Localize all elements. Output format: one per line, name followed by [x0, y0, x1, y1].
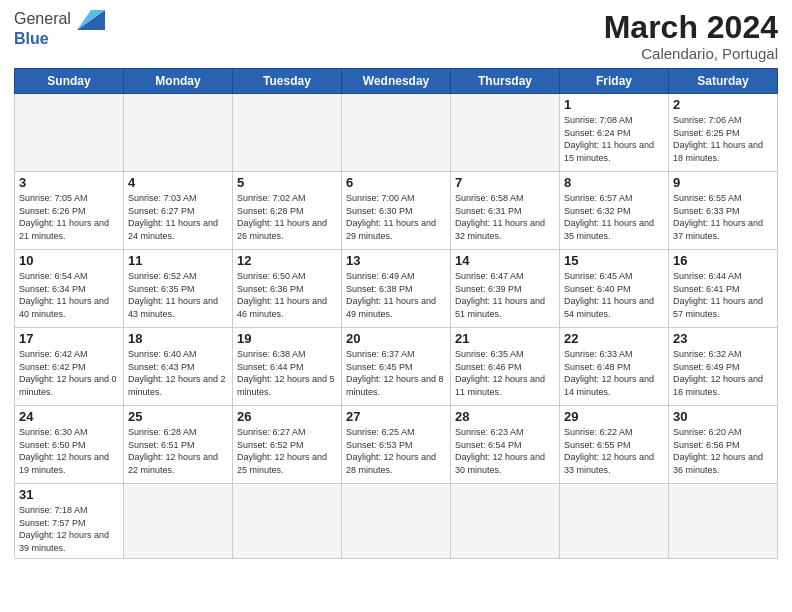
day-info: Sunrise: 6:30 AM Sunset: 6:50 PM Dayligh… — [19, 426, 119, 476]
logo-triangle — [77, 10, 105, 30]
day-number: 18 — [128, 331, 228, 346]
table-row: 15Sunrise: 6:45 AM Sunset: 6:40 PM Dayli… — [560, 250, 669, 328]
day-info: Sunrise: 6:20 AM Sunset: 6:56 PM Dayligh… — [673, 426, 773, 476]
table-row: 2Sunrise: 7:06 AM Sunset: 6:25 PM Daylig… — [669, 94, 778, 172]
day-info: Sunrise: 6:33 AM Sunset: 6:48 PM Dayligh… — [564, 348, 664, 398]
day-number: 7 — [455, 175, 555, 190]
day-info: Sunrise: 6:44 AM Sunset: 6:41 PM Dayligh… — [673, 270, 773, 320]
table-row: 7Sunrise: 6:58 AM Sunset: 6:31 PM Daylig… — [451, 172, 560, 250]
table-row: 3Sunrise: 7:05 AM Sunset: 6:26 PM Daylig… — [15, 172, 124, 250]
table-row: 13Sunrise: 6:49 AM Sunset: 6:38 PM Dayli… — [342, 250, 451, 328]
day-info: Sunrise: 6:32 AM Sunset: 6:49 PM Dayligh… — [673, 348, 773, 398]
subtitle: Calendario, Portugal — [604, 45, 778, 62]
table-row: 8Sunrise: 6:57 AM Sunset: 6:32 PM Daylig… — [560, 172, 669, 250]
col-friday: Friday — [560, 69, 669, 94]
day-number: 3 — [19, 175, 119, 190]
day-number: 31 — [19, 487, 119, 502]
day-info: Sunrise: 6:40 AM Sunset: 6:43 PM Dayligh… — [128, 348, 228, 398]
table-row — [669, 484, 778, 558]
table-row: 10Sunrise: 6:54 AM Sunset: 6:34 PM Dayli… — [15, 250, 124, 328]
table-row — [233, 484, 342, 558]
table-row: 17Sunrise: 6:42 AM Sunset: 6:42 PM Dayli… — [15, 328, 124, 406]
calendar-header-row: Sunday Monday Tuesday Wednesday Thursday… — [15, 69, 778, 94]
table-row: 12Sunrise: 6:50 AM Sunset: 6:36 PM Dayli… — [233, 250, 342, 328]
calendar-week-row: 1Sunrise: 7:08 AM Sunset: 6:24 PM Daylig… — [15, 94, 778, 172]
day-number: 14 — [455, 253, 555, 268]
table-row: 28Sunrise: 6:23 AM Sunset: 6:54 PM Dayli… — [451, 406, 560, 484]
calendar-week-row: 17Sunrise: 6:42 AM Sunset: 6:42 PM Dayli… — [15, 328, 778, 406]
day-info: Sunrise: 7:03 AM Sunset: 6:27 PM Dayligh… — [128, 192, 228, 242]
day-info: Sunrise: 6:27 AM Sunset: 6:52 PM Dayligh… — [237, 426, 337, 476]
col-monday: Monday — [124, 69, 233, 94]
day-number: 21 — [455, 331, 555, 346]
day-number: 15 — [564, 253, 664, 268]
day-info: Sunrise: 6:25 AM Sunset: 6:53 PM Dayligh… — [346, 426, 446, 476]
month-title: March 2024 — [604, 10, 778, 45]
day-info: Sunrise: 6:57 AM Sunset: 6:32 PM Dayligh… — [564, 192, 664, 242]
table-row: 6Sunrise: 7:00 AM Sunset: 6:30 PM Daylig… — [342, 172, 451, 250]
day-info: Sunrise: 7:02 AM Sunset: 6:28 PM Dayligh… — [237, 192, 337, 242]
day-number: 10 — [19, 253, 119, 268]
table-row: 18Sunrise: 6:40 AM Sunset: 6:43 PM Dayli… — [124, 328, 233, 406]
day-number: 6 — [346, 175, 446, 190]
table-row: 19Sunrise: 6:38 AM Sunset: 6:44 PM Dayli… — [233, 328, 342, 406]
table-row: 14Sunrise: 6:47 AM Sunset: 6:39 PM Dayli… — [451, 250, 560, 328]
table-row: 23Sunrise: 6:32 AM Sunset: 6:49 PM Dayli… — [669, 328, 778, 406]
table-row: 30Sunrise: 6:20 AM Sunset: 6:56 PM Dayli… — [669, 406, 778, 484]
col-tuesday: Tuesday — [233, 69, 342, 94]
day-info: Sunrise: 6:28 AM Sunset: 6:51 PM Dayligh… — [128, 426, 228, 476]
day-info: Sunrise: 6:38 AM Sunset: 6:44 PM Dayligh… — [237, 348, 337, 398]
day-info: Sunrise: 7:08 AM Sunset: 6:24 PM Dayligh… — [564, 114, 664, 164]
day-info: Sunrise: 6:42 AM Sunset: 6:42 PM Dayligh… — [19, 348, 119, 398]
day-info: Sunrise: 6:22 AM Sunset: 6:55 PM Dayligh… — [564, 426, 664, 476]
table-row — [451, 484, 560, 558]
day-number: 8 — [564, 175, 664, 190]
day-number: 24 — [19, 409, 119, 424]
calendar-week-row: 24Sunrise: 6:30 AM Sunset: 6:50 PM Dayli… — [15, 406, 778, 484]
table-row — [15, 94, 124, 172]
day-info: Sunrise: 6:45 AM Sunset: 6:40 PM Dayligh… — [564, 270, 664, 320]
day-number: 2 — [673, 97, 773, 112]
day-info: Sunrise: 7:05 AM Sunset: 6:26 PM Dayligh… — [19, 192, 119, 242]
table-row: 16Sunrise: 6:44 AM Sunset: 6:41 PM Dayli… — [669, 250, 778, 328]
table-row — [342, 94, 451, 172]
day-number: 22 — [564, 331, 664, 346]
day-number: 25 — [128, 409, 228, 424]
table-row: 24Sunrise: 6:30 AM Sunset: 6:50 PM Dayli… — [15, 406, 124, 484]
day-number: 19 — [237, 331, 337, 346]
calendar-week-row: 10Sunrise: 6:54 AM Sunset: 6:34 PM Dayli… — [15, 250, 778, 328]
day-number: 26 — [237, 409, 337, 424]
day-number: 12 — [237, 253, 337, 268]
table-row: 25Sunrise: 6:28 AM Sunset: 6:51 PM Dayli… — [124, 406, 233, 484]
table-row — [124, 484, 233, 558]
table-row: 20Sunrise: 6:37 AM Sunset: 6:45 PM Dayli… — [342, 328, 451, 406]
day-number: 27 — [346, 409, 446, 424]
table-row — [124, 94, 233, 172]
day-info: Sunrise: 7:06 AM Sunset: 6:25 PM Dayligh… — [673, 114, 773, 164]
day-number: 23 — [673, 331, 773, 346]
table-row — [342, 484, 451, 558]
table-row: 11Sunrise: 6:52 AM Sunset: 6:35 PM Dayli… — [124, 250, 233, 328]
day-number: 4 — [128, 175, 228, 190]
col-wednesday: Wednesday — [342, 69, 451, 94]
day-number: 1 — [564, 97, 664, 112]
table-row: 5Sunrise: 7:02 AM Sunset: 6:28 PM Daylig… — [233, 172, 342, 250]
table-row — [560, 484, 669, 558]
table-row: 1Sunrise: 7:08 AM Sunset: 6:24 PM Daylig… — [560, 94, 669, 172]
day-number: 30 — [673, 409, 773, 424]
day-info: Sunrise: 6:55 AM Sunset: 6:33 PM Dayligh… — [673, 192, 773, 242]
day-info: Sunrise: 6:52 AM Sunset: 6:35 PM Dayligh… — [128, 270, 228, 320]
table-row: 4Sunrise: 7:03 AM Sunset: 6:27 PM Daylig… — [124, 172, 233, 250]
header: General Blue March 2024 Calendario, Port… — [14, 10, 778, 62]
col-thursday: Thursday — [451, 69, 560, 94]
table-row: 9Sunrise: 6:55 AM Sunset: 6:33 PM Daylig… — [669, 172, 778, 250]
logo-blue-text: Blue — [14, 30, 105, 48]
table-row: 26Sunrise: 6:27 AM Sunset: 6:52 PM Dayli… — [233, 406, 342, 484]
day-info: Sunrise: 6:47 AM Sunset: 6:39 PM Dayligh… — [455, 270, 555, 320]
table-row — [451, 94, 560, 172]
day-number: 28 — [455, 409, 555, 424]
day-info: Sunrise: 6:37 AM Sunset: 6:45 PM Dayligh… — [346, 348, 446, 398]
day-number: 11 — [128, 253, 228, 268]
table-row: 22Sunrise: 6:33 AM Sunset: 6:48 PM Dayli… — [560, 328, 669, 406]
day-number: 17 — [19, 331, 119, 346]
